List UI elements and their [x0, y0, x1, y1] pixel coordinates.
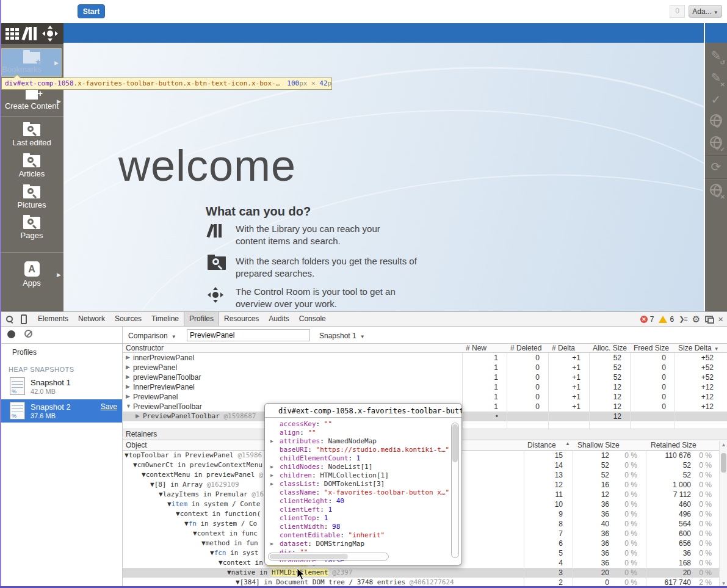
- publish-icon[interactable]: [705, 111, 727, 131]
- popup-property[interactable]: align: "": [265, 429, 454, 437]
- error-badge-icon[interactable]: ✕: [640, 316, 648, 323]
- popup-property[interactable]: ▶childNodes: NodeList[1]: [265, 463, 454, 471]
- record-button[interactable]: [7, 330, 15, 338]
- retainer-row[interactable]: ▼native in HTMLDivElement @23973200 %200…: [122, 568, 719, 578]
- start-button[interactable]: Start: [78, 4, 105, 18]
- library-icon[interactable]: [23, 27, 38, 40]
- close-icon[interactable]: ×: [718, 314, 723, 324]
- tab-resources[interactable]: Resources: [219, 312, 264, 326]
- tab-console[interactable]: Console: [294, 312, 331, 326]
- constructor-row[interactable]: ▶PreviewPanel10+1120+12: [122, 392, 727, 402]
- column-header-size-delta[interactable]: Size Delta▼: [678, 344, 719, 352]
- sidebar-item-create-content[interactable]: Create Content▶: [0, 90, 63, 111]
- error-count[interactable]: 7: [650, 315, 654, 324]
- sidebar-item-articles[interactable]: Articles: [0, 155, 63, 178]
- popup-property[interactable]: clientHeight: 40: [265, 497, 454, 506]
- clear-button[interactable]: [24, 330, 32, 338]
- popup-property[interactable]: clientTop: 1: [265, 514, 454, 523]
- popup-property[interactable]: clientWidth: 98: [265, 523, 454, 531]
- tree-collapsed-icon[interactable]: ▶: [270, 437, 273, 446]
- tab-audits[interactable]: Audits: [264, 312, 294, 326]
- tree-collapsed-icon[interactable]: ▶: [126, 383, 130, 390]
- tab-sources[interactable]: Sources: [110, 312, 146, 326]
- tab-profiles[interactable]: Profiles: [184, 312, 219, 326]
- tree-collapsed-icon[interactable]: ▶: [126, 354, 130, 360]
- scrollbar-thumb[interactable]: [270, 554, 348, 559]
- cell: 0: [507, 354, 544, 362]
- column-header-shallow-size[interactable]: Shallow Size: [577, 441, 620, 449]
- column-header-deleted[interactable]: # Deleted: [510, 344, 541, 352]
- sidebar-item-apps[interactable]: AApps▶: [0, 261, 63, 288]
- tree-collapsed-icon[interactable]: ▶: [136, 413, 140, 419]
- popup-property[interactable]: ▶attributes: NamedNodeMap: [265, 437, 454, 446]
- user-menu-button[interactable]: Ada...▼: [689, 5, 722, 18]
- scrollbar-thumb[interactable]: [452, 424, 458, 462]
- column-header-alloc-size[interactable]: Alloc. Size: [593, 344, 627, 352]
- column-header-new[interactable]: # New: [466, 344, 486, 352]
- device-mode-icon[interactable]: [21, 314, 27, 324]
- scrollbar[interactable]: [451, 423, 459, 558]
- popup-property[interactable]: ▶classList: DOMTokenList[3]: [265, 480, 454, 488]
- tab-timeline[interactable]: Timeline: [146, 312, 184, 326]
- tree-collapsed-icon[interactable]: ▶: [270, 480, 273, 488]
- control-room-icon[interactable]: [42, 26, 58, 42]
- edit-reopen-icon[interactable]: ✎↺: [705, 46, 727, 66]
- popup-property[interactable]: childElementCount: 1: [265, 454, 454, 463]
- grid-icon[interactable]: [5, 28, 19, 40]
- view-mode-select[interactable]: Comparison▼: [128, 332, 176, 340]
- snapshot-item-2[interactable]: %Snapshot 237.6 MBSave: [0, 399, 122, 423]
- column-header-freed-size[interactable]: Freed Size: [634, 344, 669, 352]
- column-header-retained-size[interactable]: Retained Size: [651, 441, 696, 449]
- approve-icon[interactable]: ✓: [705, 90, 727, 110]
- tree-collapsed-icon[interactable]: ▶: [270, 471, 273, 480]
- dock-side-icon[interactable]: [705, 316, 713, 322]
- constructor-row[interactable]: ▶previewPanel10+1520+52: [122, 363, 727, 372]
- warning-badge-icon[interactable]: [659, 316, 667, 323]
- column-header-constructor[interactable]: Constructor: [126, 344, 164, 352]
- warning-count[interactable]: 6: [670, 315, 674, 324]
- popup-property[interactable]: ▶children: HTMLCollection[1]: [265, 471, 454, 480]
- column-header-distance[interactable]: Distance: [527, 441, 556, 449]
- tab-network[interactable]: Network: [73, 312, 110, 326]
- magnifier-handle: [32, 225, 37, 229]
- class-filter-input[interactable]: [187, 329, 310, 341]
- constructor-row[interactable]: ▶innerPreviewPanel10+1520+52: [122, 353, 727, 363]
- sidebar-item-pages[interactable]: Pages: [0, 217, 63, 240]
- popup-property[interactable]: ▶dataset: DOMStringMap: [265, 540, 454, 548]
- column-header-object[interactable]: Object: [126, 441, 147, 449]
- tree-collapsed-icon[interactable]: ▶: [126, 393, 130, 399]
- popup-property[interactable]: accessKey: "": [265, 420, 454, 429]
- popup-property[interactable]: baseURI: "https://studio.media.kontiki-t…: [265, 446, 454, 454]
- sidebar-item-bookmarks[interactable]: ★Bookmarks▶: [1, 48, 62, 77]
- constructor-row[interactable]: ▶previewPanelToolbar10+1520+52: [122, 372, 727, 382]
- workflow-icon[interactable]: ⟳: [705, 158, 727, 177]
- sidebar-item-pictures[interactable]: Pictures: [0, 186, 63, 209]
- scrollbar[interactable]: ▲ ▼: [719, 441, 727, 587]
- search-icon[interactable]: [5, 314, 15, 324]
- column-header-delta[interactable]: # Delta: [552, 344, 575, 352]
- withdraw-icon[interactable]: ✕: [705, 181, 727, 200]
- tab-elements[interactable]: Elements: [33, 312, 73, 326]
- save-link[interactable]: Save: [101, 402, 117, 411]
- popup-property[interactable]: className: "x-favorites-toolbar-button x…: [265, 488, 454, 497]
- popup-property[interactable]: clientLeft: 1: [265, 506, 454, 514]
- discard-edit-icon[interactable]: ✎✕: [705, 68, 727, 88]
- tree-collapsed-icon[interactable]: ▶: [126, 364, 130, 370]
- popup-property[interactable]: contentEditable: "inherit": [265, 531, 454, 540]
- tree-collapsed-icon[interactable]: ▶: [270, 463, 273, 471]
- approve-publish-icon[interactable]: ✓: [705, 133, 727, 153]
- base-snapshot-select[interactable]: Snapshot 1▼: [319, 332, 365, 340]
- tree-collapsed-icon[interactable]: ▶: [270, 540, 273, 548]
- snapshot-item-1[interactable]: %Snapshot 142.0 MB: [0, 375, 122, 398]
- scrollbar-thumb[interactable]: [721, 453, 726, 473]
- settings-gear-icon[interactable]: ⚙: [692, 314, 700, 325]
- retainer-object: ▼fcn in syst: [210, 549, 259, 557]
- scrollbar[interactable]: [268, 553, 389, 561]
- tree-collapsed-icon[interactable]: ▶: [126, 374, 130, 380]
- scroll-up-icon[interactable]: ▲: [720, 442, 727, 448]
- sidebar-item-last-edited[interactable]: Last edited: [0, 124, 63, 147]
- scroll-down-icon[interactable]: ▼: [720, 581, 727, 586]
- constructor-row[interactable]: ▶InnerPreviewPanel10+1120+12: [122, 382, 727, 392]
- console-drawer-icon[interactable]: ❯≡: [679, 315, 687, 323]
- tree-expanded-icon[interactable]: ▼: [126, 403, 131, 409]
